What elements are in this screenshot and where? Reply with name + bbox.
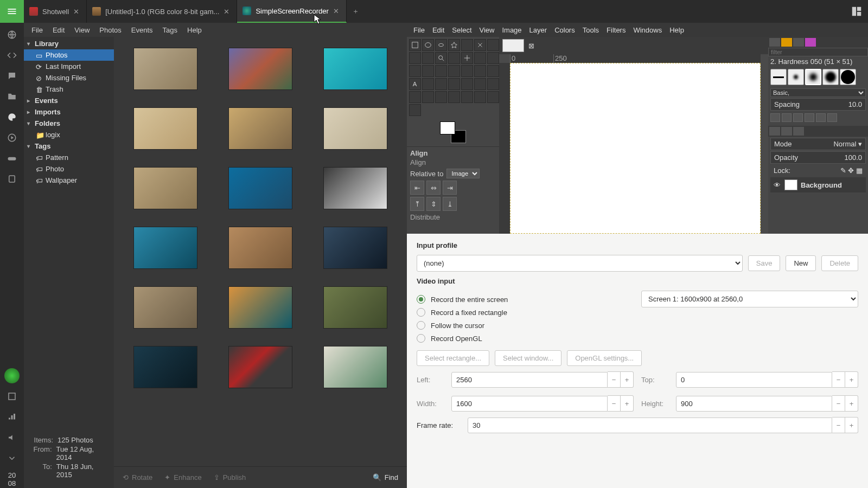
close-image-icon[interactable]: ⊠	[528, 42, 534, 50]
tool-dodge[interactable]	[409, 104, 421, 116]
chat-icon[interactable]	[4, 68, 20, 84]
menu-tags[interactable]: Tags	[163, 26, 177, 34]
brush-action-icon[interactable]	[782, 113, 792, 122]
tree-imports[interactable]: ▸Imports	[24, 106, 114, 118]
tool-blur[interactable]	[474, 91, 486, 103]
close-icon[interactable]: ✕	[224, 8, 231, 15]
tree-tag-wallpaper[interactable]: 🏷Wallpaper	[24, 175, 114, 186]
menu-windows[interactable]: Windows	[633, 26, 662, 34]
tool-perspective[interactable]	[448, 65, 460, 77]
profile-select[interactable]: (none)	[417, 255, 743, 272]
dec-button[interactable]: −	[832, 395, 845, 412]
brush-preset[interactable]	[770, 69, 787, 85]
brush-category-select[interactable]: Basic,	[770, 88, 866, 97]
thumbnail[interactable]	[133, 107, 197, 150]
tool-clone[interactable]	[435, 91, 447, 103]
brush-action-icon[interactable]	[770, 113, 780, 122]
menu-help[interactable]: Help	[669, 26, 684, 34]
brush-action-icon[interactable]	[816, 113, 826, 122]
tree-trash[interactable]: 🗑Trash	[24, 84, 114, 95]
tool-color-picker[interactable]	[422, 52, 434, 64]
eye-icon[interactable]: 👁	[774, 181, 781, 189]
tool-warp[interactable]	[487, 65, 499, 77]
thumbnail[interactable]	[323, 48, 387, 90]
radio-fixed-rect[interactable]: Record a fixed rectangle	[417, 308, 634, 317]
opengl-settings-button[interactable]: OpenGL settings...	[567, 350, 642, 366]
brush-action-icon[interactable]	[793, 113, 803, 122]
tree-photos[interactable]: ▭Photos	[24, 49, 114, 61]
close-icon[interactable]: ✕	[73, 8, 81, 15]
tool-zoom[interactable]	[435, 52, 447, 64]
dock-tab[interactable]	[769, 38, 780, 47]
relative-to-select[interactable]: Image	[446, 169, 480, 178]
align-bottom-button[interactable]: ⤓	[443, 197, 457, 211]
tool-paintbrush[interactable]	[461, 78, 473, 90]
menu-layer[interactable]: Layer	[529, 26, 547, 34]
chevron-down-icon[interactable]	[4, 451, 20, 466]
dock-tab[interactable]	[793, 127, 804, 136]
tool-scale[interactable]	[422, 65, 434, 77]
tab-shotwell[interactable]: Shotwell ✕	[24, 0, 87, 23]
tool-measure[interactable]	[448, 52, 460, 64]
tool-eraser[interactable]	[474, 78, 486, 90]
menu-tools[interactable]: Tools	[583, 26, 599, 34]
tree-events[interactable]: ▸Events	[24, 95, 114, 106]
align-left-button[interactable]: ⇤	[410, 181, 424, 195]
clock[interactable]: 20 08	[8, 471, 16, 488]
rotate-button[interactable]: ⟲Rotate	[123, 473, 152, 481]
thumbnail[interactable]	[323, 107, 387, 150]
tool-foreground[interactable]	[487, 39, 499, 51]
tool-fuzzy-select[interactable]	[448, 39, 460, 51]
select-rectangle-button[interactable]: Select rectangle...	[417, 350, 489, 366]
brush-action-icon[interactable]	[805, 113, 814, 122]
tool-flip[interactable]	[461, 65, 473, 77]
dec-button[interactable]: −	[832, 417, 845, 433]
thumbnail[interactable]	[323, 286, 387, 329]
screen-select[interactable]: Screen 1: 868x488 at 2560,0	[641, 291, 858, 307]
spacing-field[interactable]: Spacing10.0	[770, 98, 866, 111]
new-tab-button[interactable]: ＋	[347, 0, 365, 23]
globe-icon[interactable]	[4, 27, 20, 42]
canvas[interactable]	[510, 63, 761, 234]
dec-button[interactable]: −	[608, 395, 621, 412]
dock-tab[interactable]	[781, 38, 792, 47]
device-icon[interactable]	[4, 171, 20, 187]
tree-folders[interactable]: ▾Folders	[24, 118, 114, 129]
network-icon[interactable]	[4, 409, 20, 425]
align-right-button[interactable]: ⇥	[443, 181, 457, 195]
tool-ellipse-select[interactable]	[422, 39, 434, 51]
menu-edit[interactable]: Edit	[432, 26, 444, 34]
code-icon[interactable]	[4, 48, 20, 63]
indicator-icon[interactable]	[4, 368, 20, 383]
tree-library[interactable]: ▾Library	[24, 38, 114, 49]
radio-follow-cursor[interactable]: Follow the cursor	[417, 321, 634, 330]
tool-move[interactable]	[461, 52, 473, 64]
align-top-button[interactable]: ⤒	[410, 197, 424, 211]
tool-pencil[interactable]	[448, 78, 460, 90]
tree-missing[interactable]: ⊘Missing Files	[24, 72, 114, 84]
inc-button[interactable]: +	[845, 417, 858, 433]
tab-ssr[interactable]: SimpleScreenRecorder ✕	[237, 0, 346, 23]
tool-bucket[interactable]	[422, 78, 434, 90]
photo-grid[interactable]	[114, 37, 407, 488]
radio-opengl[interactable]: Record OpenGL	[417, 334, 634, 343]
mode-field[interactable]: ModeNormal ▾	[770, 138, 866, 150]
tool-paths[interactable]	[409, 52, 421, 64]
dock-tab[interactable]	[769, 127, 780, 136]
menu-events[interactable]: Events	[131, 26, 153, 34]
tool-shear[interactable]	[435, 65, 447, 77]
find-button[interactable]: 🔍Find	[373, 473, 398, 481]
lock-pixel-icon[interactable]: ✎	[840, 166, 846, 175]
dec-button[interactable]: −	[608, 371, 621, 388]
image-tab[interactable]	[502, 39, 524, 52]
tool-mypaint[interactable]	[422, 91, 434, 103]
enhance-button[interactable]: ✦Enhance	[164, 473, 201, 481]
thumbnail[interactable]	[133, 346, 197, 388]
select-window-button[interactable]: Select window...	[495, 350, 561, 366]
dock-tab[interactable]	[805, 38, 816, 47]
inc-button[interactable]: +	[621, 395, 634, 412]
tool-by-color[interactable]	[461, 39, 473, 51]
folder-icon[interactable]	[4, 89, 20, 104]
brush-preset[interactable]	[788, 69, 804, 85]
inc-button[interactable]: +	[845, 371, 858, 388]
